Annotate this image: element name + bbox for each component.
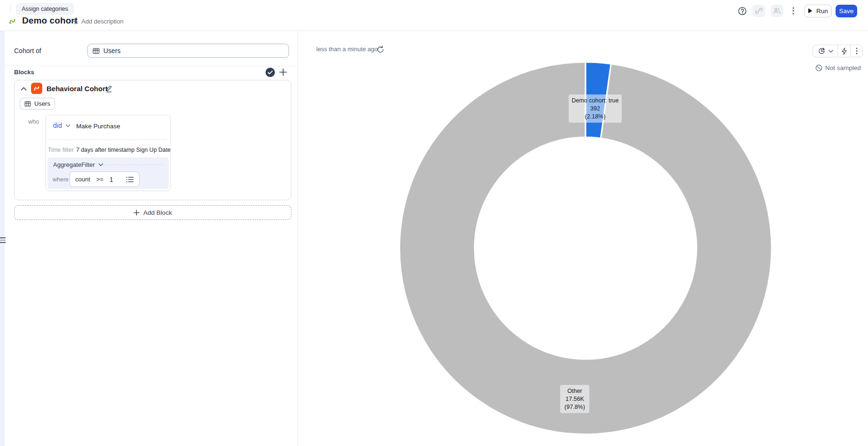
chevron-down-icon (65, 124, 70, 127)
behavioral-cohort-block-icon (31, 83, 42, 94)
rename-block-button[interactable] (105, 85, 113, 94)
header-more-button[interactable] (788, 5, 798, 17)
who-label: who (28, 118, 39, 125)
section-divider (5, 66, 297, 66)
card-dashed-divider (49, 140, 167, 140)
breadcrumb-divider (10, 5, 11, 13)
cohort-icon (8, 17, 17, 26)
cohort-builder-app: Assign categories Demo cohort Add descri… (0, 0, 868, 446)
header-actions: Run Save (737, 4, 857, 17)
add-description-button[interactable]: Add description (72, 18, 124, 25)
slice-label-value: 17.56K (561, 395, 588, 403)
users-icon (773, 7, 781, 15)
add-description-label: Add description (81, 18, 124, 25)
event-selector[interactable]: Make Purchase (76, 123, 120, 130)
check-circle-icon (265, 67, 275, 78)
where-field[interactable]: count (75, 176, 90, 183)
share-users-button[interactable] (771, 5, 783, 17)
slice-label-percent: (2.18%) (570, 113, 621, 121)
add-block-label: Add Block (143, 209, 172, 216)
table-icon (24, 101, 31, 107)
where-condition[interactable]: count >= 1 (70, 172, 140, 187)
block-title: Behavioral Cohort (47, 85, 108, 93)
page-title: Demo cohort (22, 16, 78, 26)
collapse-block-button[interactable] (20, 86, 27, 93)
blocks-complete-button[interactable] (265, 67, 275, 79)
performed-dropdown[interactable]: did (53, 122, 70, 129)
plus-icon (133, 210, 140, 216)
blocks-heading: Blocks (14, 69, 34, 76)
save-button[interactable]: Save (836, 5, 857, 17)
where-operator[interactable]: >= (96, 176, 103, 183)
table-icon (93, 47, 100, 55)
time-filter-value[interactable]: 7 days after timestamp Sign Up Date (76, 147, 171, 153)
block-dataset-chip[interactable]: Users (20, 98, 55, 110)
slice-label-name: Other (561, 387, 588, 395)
slice-label-percent: (97.8%) (561, 403, 588, 411)
play-icon (808, 8, 813, 14)
time-filter-label: Time filter (48, 147, 73, 153)
panel-drag-handle[interactable] (0, 237, 6, 245)
plus-icon (72, 18, 78, 24)
add-block-icon-button[interactable] (279, 68, 288, 78)
cohort-of-label: Cohort of (14, 47, 41, 55)
add-block-button[interactable]: Add Block (14, 205, 291, 220)
slice-label-name: Demo cohort: true (570, 97, 621, 105)
edit-pencil-icon (105, 85, 113, 93)
slice-label-other: Other 17.56K (97.8%) (560, 385, 589, 413)
list-icon[interactable] (126, 176, 134, 183)
cohort-of-value: Users (103, 47, 121, 55)
slice-label-demo-cohort: Demo cohort: true 392 (2.18%) (569, 94, 622, 123)
cohort-squiggle-icon (33, 85, 40, 92)
help-button[interactable] (737, 5, 747, 17)
link-icon (755, 7, 763, 15)
plus-icon (279, 68, 288, 77)
slice-label-value: 392 (570, 105, 621, 113)
copy-link-button[interactable] (752, 5, 765, 17)
donut-chart (297, 31, 868, 446)
assign-categories-button[interactable]: Assign categories (16, 3, 74, 15)
aggregate-filter-dropdown[interactable]: AggregateFilter (53, 161, 103, 168)
run-label: Run (816, 8, 828, 15)
cohort-of-input[interactable]: Users (87, 44, 289, 58)
chevron-up-icon (20, 86, 27, 92)
aggregate-filter-label: AggregateFilter (53, 161, 95, 168)
where-label: where (53, 176, 69, 183)
assign-categories-label: Assign categories (22, 6, 68, 12)
block-dataset-label: Users (34, 100, 50, 107)
help-icon (738, 7, 747, 16)
kebab-icon (792, 7, 794, 15)
run-button[interactable]: Run (804, 5, 832, 17)
where-value-input[interactable]: 1 (109, 176, 113, 183)
performed-value: did (53, 122, 62, 129)
aggregate-dashed-divider (100, 164, 164, 165)
save-label: Save (839, 8, 854, 15)
